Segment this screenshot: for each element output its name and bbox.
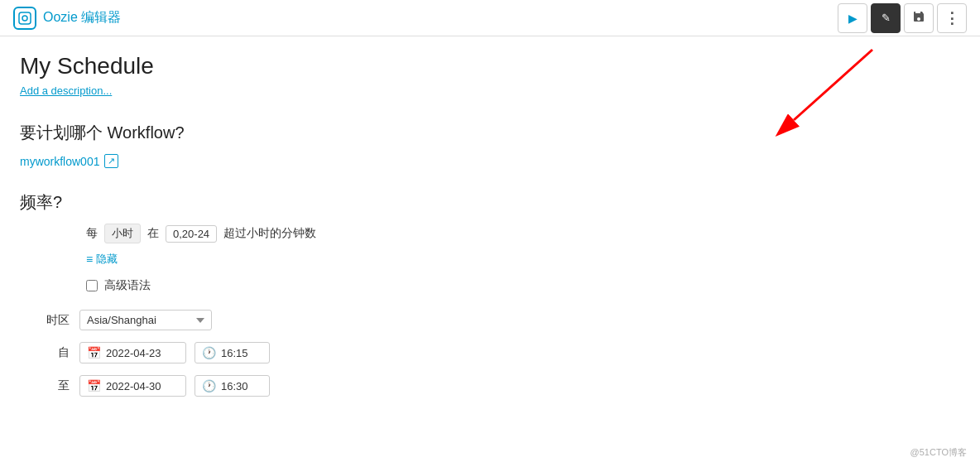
more-button[interactable]: ⋮ (937, 3, 967, 33)
from-label: 自 (20, 345, 70, 360)
workflow-link[interactable]: myworkflow001 ↗ (20, 154, 642, 168)
watermark: @51CTO博客 (910, 446, 967, 459)
timezone-row: 时区 Asia/Shanghai (20, 310, 642, 330)
edit-button[interactable]: ✎ (871, 3, 901, 33)
hide-label: 隐藏 (96, 252, 118, 267)
external-link-icon: ↗ (104, 154, 118, 168)
hour-tag: 小时 (104, 224, 141, 243)
frequency-label: 频率? (20, 191, 642, 214)
frequency-section: 频率? 每 小时 在 0,20-24 超过小时的分钟数 ≡ 隐藏 高级语法 (20, 191, 642, 293)
hide-link[interactable]: ≡ 隐藏 (86, 252, 642, 267)
main-content: My Schedule Add a description... 要计划哪个 W… (0, 36, 662, 425)
app-title: Oozie 编辑器 (43, 9, 121, 26)
svg-rect-0 (19, 12, 31, 24)
from-date-wrapper: 📅 (79, 342, 186, 363)
calendar-icon-from: 📅 (87, 346, 101, 359)
frequency-row: 每 小时 在 0,20-24 超过小时的分钟数 (86, 224, 642, 243)
at-label: 在 (147, 226, 159, 241)
from-date-input[interactable] (106, 347, 179, 359)
svg-line-3 (794, 50, 872, 120)
header: Oozie 编辑器 ▶ ✎ ⋮ (0, 0, 980, 36)
to-date-row: 至 📅 🕐 (20, 375, 642, 397)
header-left: Oozie 编辑器 (13, 7, 121, 30)
workflow-section-label: 要计划哪个 Workflow? (20, 122, 642, 144)
to-datetime-group: 📅 🕐 (79, 375, 270, 397)
app-logo (13, 7, 36, 30)
filter-icon: ≡ (86, 253, 93, 266)
save-icon (912, 10, 925, 26)
advanced-row: 高级语法 (86, 278, 642, 293)
advanced-label: 高级语法 (104, 278, 151, 293)
to-time-wrapper: 🕐 (195, 375, 270, 397)
pencil-icon: ✎ (882, 12, 891, 24)
to-date-input[interactable] (106, 380, 179, 392)
timezone-select[interactable]: Asia/Shanghai (79, 310, 212, 330)
play-icon: ▶ (848, 12, 858, 25)
to-time-input[interactable] (221, 380, 262, 392)
run-button[interactable]: ▶ (838, 3, 867, 33)
from-time-wrapper: 🕐 (195, 342, 270, 363)
from-date-row: 自 📅 🕐 (20, 342, 642, 363)
clock-icon-to: 🕐 (202, 379, 216, 392)
schedule-title: My Schedule (20, 53, 642, 79)
every-label: 每 (86, 226, 98, 241)
workflow-name: myworkflow001 (20, 155, 99, 168)
to-label: 至 (20, 378, 70, 393)
calendar-icon-to: 📅 (87, 379, 101, 392)
timezone-label: 时区 (20, 313, 70, 328)
clock-icon-from: 🕐 (202, 346, 216, 359)
header-actions: ▶ ✎ ⋮ (838, 3, 967, 33)
more-icon: ⋮ (944, 9, 960, 27)
description-link[interactable]: Add a description... (20, 84, 642, 97)
range-hint: 超过小时的分钟数 (223, 226, 316, 241)
from-datetime-group: 📅 🕐 (79, 342, 270, 363)
to-date-wrapper: 📅 (79, 375, 186, 397)
save-button[interactable] (904, 3, 934, 33)
range-value[interactable]: 0,20-24 (166, 225, 217, 243)
from-time-input[interactable] (221, 347, 262, 359)
svg-point-1 (22, 16, 27, 21)
advanced-checkbox[interactable] (86, 280, 98, 291)
